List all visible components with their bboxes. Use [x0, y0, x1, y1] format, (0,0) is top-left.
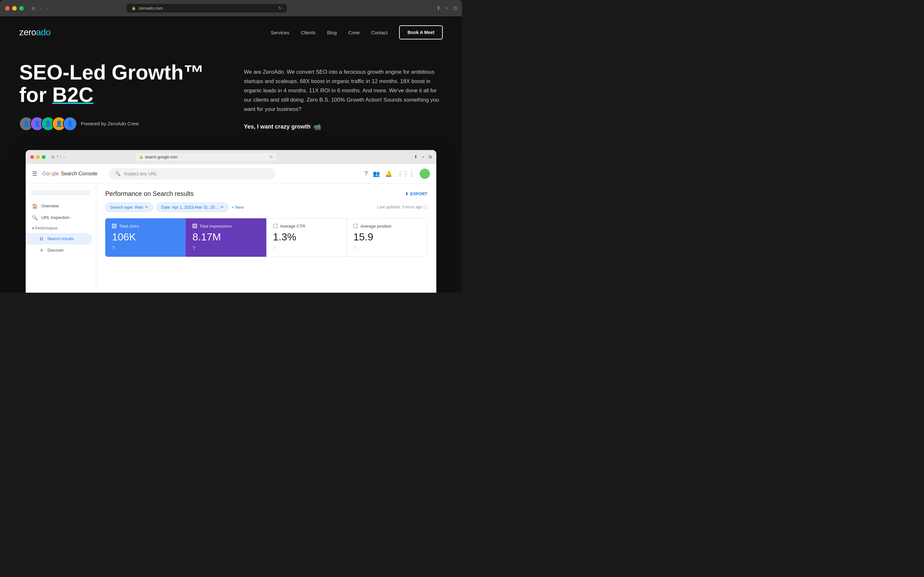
accounts-icon[interactable]: 👥 — [373, 170, 380, 177]
gsc-body: 🏠 Overview 🔍 URL inspection ▾ Performanc… — [26, 184, 436, 293]
total-clicks-checkbox[interactable]: ✓ — [112, 224, 116, 228]
average-position-card[interactable]: Average position 15.9 ? — [347, 218, 427, 257]
nav-link-clients[interactable]: Clients — [301, 30, 316, 35]
traffic-lights — [5, 6, 24, 11]
gsc-sidebar: 🏠 Overview 🔍 URL inspection ▾ Performanc… — [26, 184, 96, 293]
reload-icon[interactable]: ↻ — [278, 6, 282, 11]
date-filter[interactable]: Date: Apr 1, 2023-Mar 31, 20... ✏ — [156, 203, 228, 212]
magnifier-icon: 🔍 — [115, 171, 121, 176]
nav-link-crew[interactable]: Crew — [349, 30, 360, 35]
edit-icon: ✏ — [145, 205, 148, 210]
nav-link-services[interactable]: Services — [271, 30, 289, 35]
website-content: zeroado Services Clients Blog Crew Conta… — [0, 16, 462, 293]
total-impressions-label-row: ✓ Total impressions — [192, 224, 260, 229]
sidebar-item-discover[interactable]: ✳ Discover — [26, 245, 96, 256]
sidebar-item-search-results[interactable]: G Search results — [26, 233, 92, 245]
inner-minimize-button[interactable] — [36, 155, 40, 159]
minimize-button[interactable] — [12, 6, 17, 11]
new-tab-icon[interactable]: ＋ — [444, 5, 449, 11]
hero-title-line1: SEO-Led Growth™ — [19, 61, 204, 84]
inner-maximize-button[interactable] — [42, 155, 45, 159]
google-g-icon: G — [40, 236, 43, 242]
average-position-help-icon[interactable]: ? — [353, 245, 421, 251]
average-ctr-card[interactable]: Average CTR 1.3% ? — [266, 218, 347, 257]
main-nav: zeroado Services Clients Blog Crew Conta… — [0, 16, 462, 48]
address-bar[interactable]: 🔒 zeroado.com ↻ — [126, 4, 287, 13]
last-updated-text: Last updated: 3 hours ago ⓘ — [378, 205, 427, 210]
back-button[interactable]: ‹ — [39, 5, 43, 11]
hero-title-line2: for — [19, 83, 52, 106]
maximize-button[interactable] — [19, 6, 24, 11]
hero-description: We are ZeroAdo. We convert SEO into a fe… — [244, 68, 443, 114]
gsc-search-placeholder: Inspect any URL — [124, 171, 157, 176]
chevron-down-icon: ▾ — [57, 155, 58, 159]
inner-sidebar-icon[interactable]: ⊞ — [51, 155, 55, 159]
average-ctr-checkbox[interactable] — [273, 224, 278, 228]
browser-nav-controls: ⊞ ‹ › — [30, 5, 50, 11]
date-edit-icon: ✏ — [220, 205, 224, 210]
inner-forward-button[interactable]: › — [63, 155, 65, 159]
hero-cta-link[interactable]: Yes, I want crazy growth 📹 — [244, 123, 321, 131]
total-impressions-checkbox[interactable]: ✓ — [192, 224, 197, 228]
inner-tabs-icon[interactable]: ⧉ — [429, 154, 432, 160]
hero-b2c: B2C — [52, 83, 94, 106]
export-button[interactable]: ⬇ EXPORT — [405, 191, 427, 196]
notifications-icon[interactable]: 🔔 — [385, 170, 392, 177]
share-icon[interactable]: ⬆ — [436, 5, 441, 11]
search-console-label: Search Console — [61, 171, 97, 177]
average-ctr-help-icon[interactable]: ? — [273, 245, 341, 251]
total-clicks-help-icon[interactable]: ? — [112, 245, 179, 251]
search-type-filter[interactable]: Search type: Web ✏ — [105, 203, 153, 212]
hamburger-menu-icon[interactable]: ☰ — [32, 170, 37, 177]
nav-link-blog[interactable]: Blog — [327, 30, 337, 35]
gsc-logo: Google Search Console — [42, 171, 97, 177]
sidebar-item-url-inspection[interactable]: 🔍 URL inspection — [26, 212, 96, 223]
apps-icon[interactable]: ⋮⋮⋮ — [397, 170, 415, 177]
inner-browser-action-buttons: ⬆ ＋ ⧉ — [414, 154, 432, 160]
outer-browser: ⊞ ‹ › 🔒 zeroado.com ↻ ⬆ ＋ ⧉ zeroado Serv… — [0, 0, 462, 293]
gsc-page-header: Performance on Search results ⬇ EXPORT — [105, 190, 427, 197]
sidebar-item-overview[interactable]: 🏠 Overview — [26, 200, 96, 212]
total-impressions-card[interactable]: ✓ Total impressions 8.17M ? — [186, 218, 266, 257]
inner-reload-icon[interactable]: ↻ — [270, 155, 273, 159]
average-position-value: 15.9 — [353, 231, 421, 243]
gsc-header-icons: ? 👥 🔔 ⋮⋮⋮ — [365, 169, 430, 179]
gsc-property-search[interactable] — [31, 190, 91, 195]
nav-links-container: Services Clients Blog Crew Contact Book … — [271, 25, 443, 39]
sidebar-toggle-button[interactable]: ⊞ — [30, 5, 37, 11]
info-icon[interactable]: ⓘ — [423, 205, 427, 210]
inner-back-button[interactable]: ‹ — [60, 155, 61, 159]
inner-share-icon[interactable]: ⬆ — [414, 154, 418, 160]
browser-action-buttons: ⬆ ＋ ⧉ — [436, 5, 457, 11]
close-button[interactable] — [5, 6, 10, 11]
sidebar-performance-section[interactable]: ▾ Performance — [26, 223, 96, 233]
logo-ado: ado — [36, 27, 50, 37]
asterisk-icon: ✳ — [40, 248, 44, 253]
inner-new-tab-icon[interactable]: ＋ — [421, 154, 425, 160]
average-position-checkbox[interactable] — [353, 224, 358, 228]
inner-lock-icon: 🔒 — [139, 155, 143, 159]
new-filter-button[interactable]: + New — [232, 205, 244, 210]
search-icon: 🔍 — [32, 215, 37, 220]
nav-link-contact[interactable]: Contact — [371, 30, 388, 35]
total-clicks-card[interactable]: ✓ Total clicks 106K ? — [105, 218, 186, 257]
inner-close-button[interactable] — [30, 155, 34, 159]
date-filter-text: Date: Apr 1, 2023-Mar 31, 20... — [161, 205, 218, 210]
lock-icon: 🔒 — [132, 6, 136, 10]
gsc-url-search[interactable]: 🔍 Inspect any URL — [109, 168, 276, 179]
gsc-filters-row: Search type: Web ✏ Date: Apr 1, 2023-Mar… — [105, 203, 427, 212]
forward-button[interactable]: › — [46, 5, 50, 11]
gsc-metrics-row: ✓ Total clicks 106K ? ✓ Total impression… — [105, 218, 427, 257]
hero-left-column: SEO-Led Growth™ for B2C 👤 👤 👤 👤 👤 Powere… — [19, 61, 218, 131]
gsc-page-title: Performance on Search results — [105, 190, 194, 197]
user-avatar[interactable] — [420, 169, 430, 179]
hero-title: SEO-Led Growth™ for B2C — [19, 61, 218, 106]
book-meet-button[interactable]: Book A Meet — [399, 25, 443, 39]
total-impressions-help-icon[interactable]: ? — [192, 245, 260, 251]
inner-browser: ⊞ ▾ ‹ › 🔒 search.google.com ↻ ⬆ ＋ ⧉ — [26, 150, 436, 293]
tabs-icon[interactable]: ⧉ — [453, 5, 457, 11]
inner-url-text: search.google.com — [145, 155, 178, 159]
inner-address-bar[interactable]: 🔒 search.google.com ↻ — [136, 153, 276, 161]
help-icon[interactable]: ? — [365, 170, 368, 177]
hero-crew-section: 👤 👤 👤 👤 👤 Powered by ZeroAdo Crew — [19, 117, 218, 131]
